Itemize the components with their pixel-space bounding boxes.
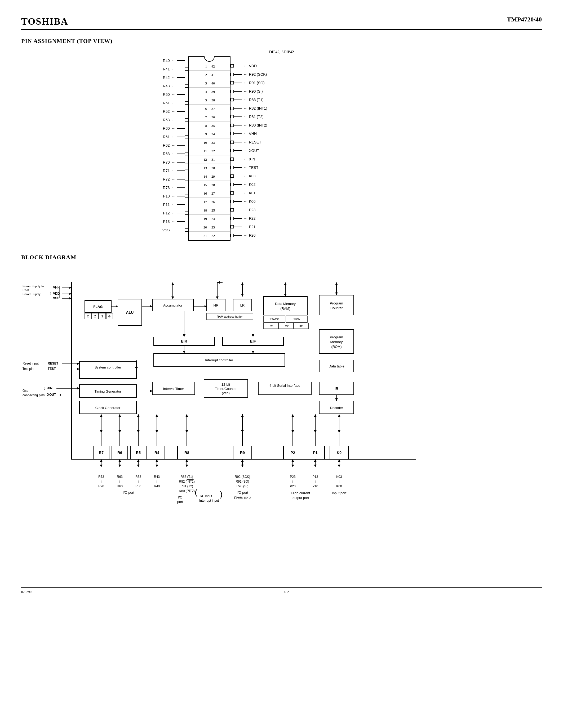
data-mem-label2: (RAM) xyxy=(280,307,291,311)
svg-marker-101 xyxy=(155,459,158,462)
svg-marker-154 xyxy=(338,430,341,433)
svg-marker-70 xyxy=(183,334,185,337)
tc-input-label: T/C input xyxy=(199,494,212,498)
block-diagram-svg: Power Supply for RAM VHH Power Supply { … xyxy=(21,266,525,570)
c-label: C xyxy=(87,315,89,318)
left-pin-8: R53 ↔ xyxy=(162,116,188,124)
interrupt-input-label: Interrupt input xyxy=(199,499,219,502)
right-pin-33: ← RESET xyxy=(230,138,267,146)
g-label: G xyxy=(108,315,111,318)
svg-marker-7 xyxy=(69,297,71,299)
svg-rect-0 xyxy=(71,282,416,459)
svg-marker-92 xyxy=(100,459,102,462)
p20-label: P20 xyxy=(290,484,296,488)
svg-marker-95 xyxy=(118,459,121,462)
io-port-r8-label: I/O xyxy=(178,495,182,499)
right-pin-24: → P22 xyxy=(230,214,267,223)
page-header: TOSHIBA TMP4720/40 xyxy=(21,16,542,30)
xout-label: XOUT xyxy=(47,393,56,397)
footer-left: 020290 xyxy=(21,590,32,594)
int-ctrl-label: Interrupt controller xyxy=(205,358,233,362)
right-pin-39: ↔ R90 (SI) xyxy=(230,87,267,96)
spw-label: SPW xyxy=(293,318,300,321)
svg-marker-55 xyxy=(217,281,220,284)
svg-marker-3 xyxy=(69,287,71,289)
block-diagram-section: BLOCK DIAGRAM Power Supply for RAM VHH P… xyxy=(21,254,542,572)
tc2-label: TC2 xyxy=(283,325,289,328)
svg-marker-49 xyxy=(150,305,152,307)
pipe-p13: | xyxy=(315,480,316,483)
svg-marker-60 xyxy=(241,282,244,285)
svg-marker-107 xyxy=(241,459,244,462)
svg-marker-64 xyxy=(284,294,287,296)
alu-label: ALU xyxy=(126,310,134,314)
right-pin-31: ← XIN xyxy=(230,155,267,163)
svg-marker-153 xyxy=(338,414,341,417)
right-pin-41: ↔ R92 (SCK) xyxy=(230,70,267,79)
dip-body: R40 ↔ R41 ↔ R42 ↔ xyxy=(162,56,401,241)
r92sck-label: R92 (SCK) xyxy=(235,475,250,479)
right-pin-27: ← K01 xyxy=(230,189,267,197)
footer-center: 6-2 xyxy=(284,590,289,594)
p1-port: P1 xyxy=(313,451,318,455)
left-pin-6: R51 ↔ xyxy=(162,99,188,107)
left-pins: R40 ↔ R41 ↔ R42 ↔ xyxy=(162,56,188,241)
eif-label: EIF xyxy=(250,339,256,343)
r60-label: R60 xyxy=(117,484,123,488)
svg-marker-47 xyxy=(116,305,118,307)
left-pin-3: R42 ↔ xyxy=(162,73,188,82)
r81t2-label: R81 (T2) xyxy=(180,484,193,488)
svg-marker-45 xyxy=(59,394,61,396)
clock-gen-label: Clock Generator xyxy=(95,406,120,410)
left-pin-9: R60 ↔ xyxy=(162,124,188,133)
r80int2-label: R80 (INT2) xyxy=(179,489,194,493)
left-pin-21: VSS → xyxy=(162,226,188,234)
hr-label: HR xyxy=(213,303,218,307)
chip-body: 1 42 2 41 3 40 4 39 xyxy=(188,56,230,241)
prog-mem-label: Program xyxy=(330,335,343,339)
right-pin-23: → P21 xyxy=(230,223,267,231)
prog-mem-label2: Memory xyxy=(331,340,343,344)
right-pin-22: → P20 xyxy=(230,231,267,240)
reset-pin-label: RESET xyxy=(48,362,59,365)
left-pin-17: P10 ← xyxy=(162,192,188,200)
r6-port: R6 xyxy=(117,451,122,455)
left-pin-20: P13 ← xyxy=(162,217,188,226)
svg-marker-58 xyxy=(171,296,174,299)
right-pin-40: ↔ R91 (SO) xyxy=(230,79,267,87)
right-pin-36: ↔ R81 (T2) xyxy=(230,113,267,121)
timer-counter-label3: (2ch) xyxy=(222,391,230,395)
svg-marker-67 xyxy=(335,293,338,295)
prog-counter-label: Program xyxy=(330,301,343,305)
r8-port: R8 xyxy=(184,451,189,455)
p2-port: P2 xyxy=(291,451,295,455)
svg-marker-134 xyxy=(118,414,121,417)
left-pin-14: R71 ↔ xyxy=(162,167,188,175)
r70-label: R70 xyxy=(98,484,104,488)
down-arrow-r63: | xyxy=(119,480,120,483)
interval-timer-label: Interval Timer xyxy=(163,387,184,391)
eir-label: EIR xyxy=(181,339,187,343)
prog-mem-label3: (ROM) xyxy=(332,345,342,349)
r90si-label: R90 (SI) xyxy=(236,484,248,488)
brand-title: TOSHIBA xyxy=(21,16,68,27)
left-pin-2: R41 ↔ xyxy=(162,65,188,73)
svg-marker-91 xyxy=(100,465,102,467)
r91so-label: R91 (SO) xyxy=(236,480,249,483)
down-arrow-r53: | xyxy=(138,480,139,483)
power-supply-label: Power Supply xyxy=(23,293,41,296)
serial-if-label: 4-bit Serial Interface xyxy=(269,384,300,388)
svg-marker-109 xyxy=(292,465,294,467)
pin-section-title: PIN ASSIGNMENT (TOP VIEW) xyxy=(21,38,542,44)
svg-marker-104 xyxy=(185,459,188,462)
input-port-label: Input port xyxy=(332,491,347,495)
svg-marker-57 xyxy=(171,282,174,285)
svg-marker-150 xyxy=(314,414,317,417)
right-pin-37: ↔ R82 (INT1) xyxy=(230,104,267,113)
svg-marker-135 xyxy=(118,430,121,433)
svg-marker-71 xyxy=(252,334,254,337)
right-pin-34: ← VHH xyxy=(230,129,267,138)
block-diagram-title: BLOCK DIAGRAM xyxy=(21,254,542,261)
brace-tc: ( xyxy=(195,488,197,497)
p13-label: P13 xyxy=(313,475,318,479)
